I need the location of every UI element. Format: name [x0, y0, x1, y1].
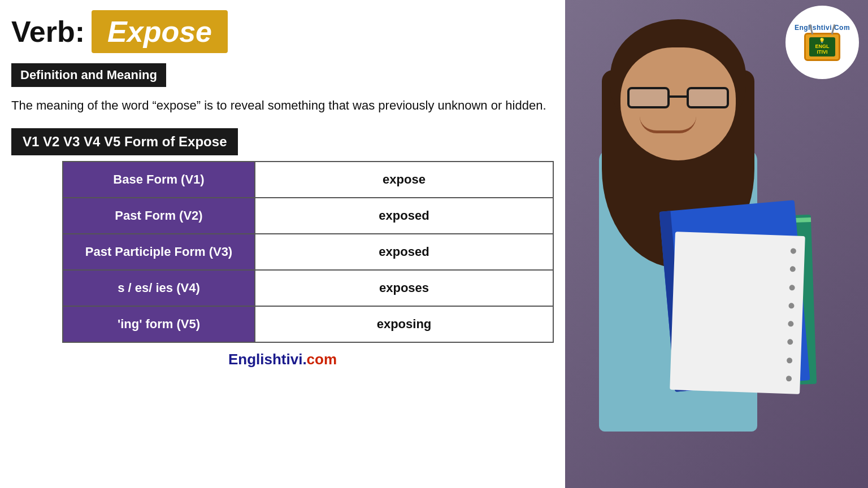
- book-spiral: [783, 236, 800, 394]
- verb-label: Verb:: [11, 15, 85, 49]
- verb-header: Verb: Expose: [11, 10, 554, 53]
- smile: [640, 116, 696, 133]
- table-row: Past Participle Form (V3)exposed: [63, 234, 553, 270]
- logo-text: Englishtivi.Com: [795, 24, 850, 32]
- verb-word-box: Expose: [92, 10, 228, 53]
- glasses: [627, 87, 729, 110]
- logo-inner: Englishtivi.Com 💡ENGLITIVI: [788, 8, 856, 76]
- form-label-cell: Past Participle Form (V3): [63, 234, 255, 270]
- logo-tv: 💡ENGLITIVI: [804, 33, 840, 61]
- person-shape: [565, 25, 836, 488]
- definition-heading: Definition and Meaning: [11, 63, 166, 87]
- form-label-cell: Past Form (V2): [63, 198, 255, 234]
- form-value-cell: exposed: [255, 198, 553, 234]
- forms-heading: V1 V2 V3 V4 V5 Form of Expose: [11, 128, 238, 155]
- table-row: Base Form (V1)expose: [63, 162, 553, 198]
- student-figure: [565, 14, 868, 488]
- definition-text: The meaning of the word “expose” is to r…: [11, 96, 554, 115]
- brand-name-blue: Englishtivi: [228, 351, 302, 368]
- glasses-frame-left: [627, 87, 670, 108]
- form-value-cell: exposing: [255, 306, 553, 342]
- logo-tv-text: 💡ENGLITIVI: [815, 38, 829, 55]
- form-value-cell: expose: [255, 162, 553, 198]
- form-label-cell: Base Form (V1): [63, 162, 255, 198]
- table-row: Past Form (V2)exposed: [63, 198, 553, 234]
- book-white: [670, 232, 805, 394]
- footer-brand: Englishtivi.com: [11, 351, 554, 368]
- glasses-bridge: [670, 95, 687, 98]
- form-label-cell: 'ing' form (V5): [63, 306, 255, 342]
- right-panel: Englishtivi.Com 💡ENGLITIVI: [565, 0, 868, 488]
- table-row: s / es/ ies (V4)exposes: [63, 270, 553, 306]
- form-value-cell: exposes: [255, 270, 553, 306]
- verb-forms-table: Base Form (V1)exposePast Form (V2)expose…: [62, 161, 554, 343]
- logo-circle: Englishtivi.Com 💡ENGLITIVI: [785, 6, 859, 79]
- brand-name-red: com: [307, 351, 337, 368]
- brand-dot: .: [302, 351, 306, 368]
- form-value-cell: exposed: [255, 234, 553, 270]
- table-row: 'ing' form (V5)exposing: [63, 306, 553, 342]
- logo-tv-screen: 💡ENGLITIVI: [809, 37, 835, 56]
- glasses-frame-right: [687, 87, 729, 108]
- books: [667, 206, 825, 420]
- verb-word: Expose: [107, 15, 212, 48]
- form-label-cell: s / es/ ies (V4): [63, 270, 255, 306]
- page-layout: Verb: Expose Definition and Meaning The …: [0, 0, 868, 488]
- left-content: Verb: Expose Definition and Meaning The …: [0, 0, 565, 488]
